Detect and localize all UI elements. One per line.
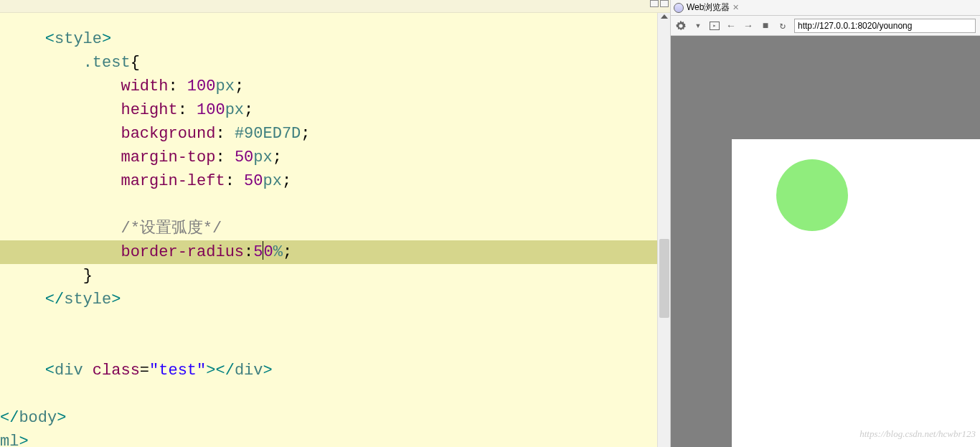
editor-top-strip <box>0 0 670 13</box>
scroll-thumb[interactable] <box>659 239 669 318</box>
stop-icon[interactable]: ■ <box>760 20 771 32</box>
back-icon[interactable]: ← <box>725 20 737 32</box>
code-line-9-highlighted: border-radius:50%; <box>0 240 670 264</box>
url-input[interactable] <box>794 19 976 33</box>
scroll-up-icon[interactable] <box>661 14 668 19</box>
window-controls <box>650 0 669 7</box>
browser-viewport: https://blog.csdn.net/hcwbr123 <box>671 36 980 447</box>
code-editor-panel: <style> .test{ width: 100px; height: 100… <box>0 0 671 447</box>
code-line-12: <div class="test"></div> <box>0 359 670 382</box>
code-line-8: /*设置弧度*/ <box>0 217 670 240</box>
browser-panel: Web浏览器 ✕ ▾ ▸ ← → ■ ↻ https://blog.csdn.n… <box>671 0 980 447</box>
code-line-blank <box>0 193 670 217</box>
text-cursor <box>263 241 263 260</box>
console-icon[interactable]: ▸ <box>710 22 720 30</box>
code-line-14: ml> <box>0 430 670 447</box>
gear-icon[interactable] <box>675 20 687 32</box>
browser-toolbar: ▾ ▸ ← → ■ ↻ <box>671 16 980 36</box>
rendered-page <box>732 139 980 447</box>
browser-tab-title[interactable]: Web浏览器 <box>687 1 730 14</box>
code-line-blank4 <box>0 382 670 406</box>
code-line-blank3 <box>0 335 670 359</box>
code-line-2: .test{ <box>0 51 670 75</box>
code-line-6: margin-top: 50px; <box>0 146 670 169</box>
watermark-text: https://blog.csdn.net/hcwbr123 <box>859 428 976 440</box>
code-line-7: margin-left: 50px; <box>0 169 670 193</box>
browser-tab-bar: Web浏览器 ✕ <box>671 0 980 16</box>
editor-scrollbar[interactable] <box>657 13 670 447</box>
code-line-5: background: #90ED7D; <box>0 122 670 146</box>
refresh-icon[interactable]: ↻ <box>777 20 788 32</box>
code-line-4: height: 100px; <box>0 98 670 122</box>
minimize-icon[interactable] <box>650 0 659 7</box>
forward-icon[interactable]: → <box>743 20 754 32</box>
code-line-1: <style> <box>0 27 670 51</box>
maximize-icon[interactable] <box>660 0 669 7</box>
code-content[interactable]: <style> .test{ width: 100px; height: 100… <box>0 13 670 447</box>
code-line-13: </body> <box>0 406 670 430</box>
dropdown-icon[interactable]: ▾ <box>692 20 704 32</box>
globe-icon <box>674 3 684 13</box>
tab-close-icon[interactable]: ✕ <box>732 3 739 12</box>
code-line-blank2 <box>0 311 670 335</box>
code-line-10: } <box>0 264 670 288</box>
code-line-3: width: 100px; <box>0 75 670 98</box>
test-circle-div <box>776 159 848 231</box>
code-line-11: </style> <box>0 288 670 311</box>
